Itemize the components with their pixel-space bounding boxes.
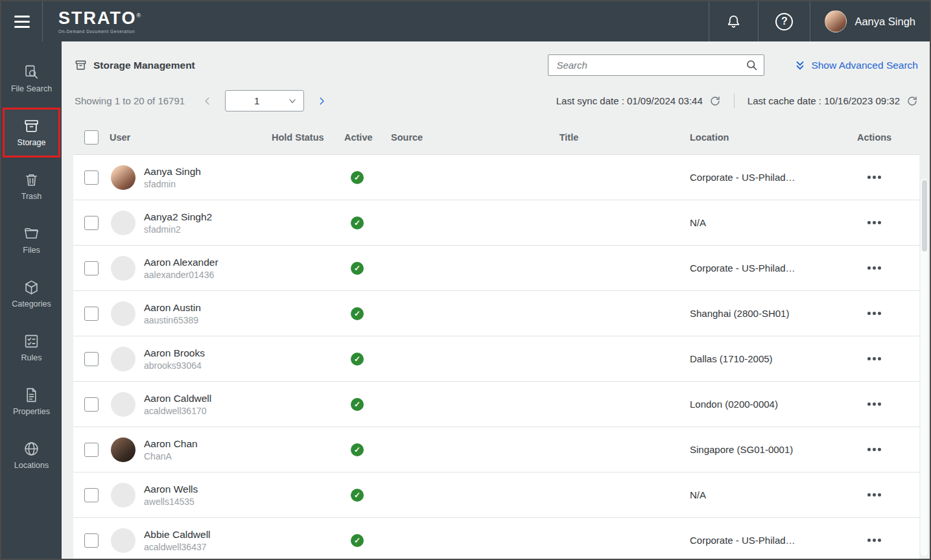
vertical-scrollbar[interactable]: [921, 179, 928, 556]
user-avatar: [111, 438, 136, 462]
location-cell: London (0200-0004): [690, 399, 857, 410]
column-header-hold-status: Hold Status: [272, 132, 344, 143]
sidebar-item-categories[interactable]: Categories: [3, 269, 60, 319]
previous-page-button[interactable]: [199, 93, 216, 110]
storage-table: User Hold Status Active Source Title Loc…: [62, 121, 930, 559]
user-avatar: [111, 483, 136, 508]
user-full-name: Aaron Alexander: [144, 257, 218, 268]
file-search-icon: [23, 64, 40, 80]
user-avatar: [111, 256, 136, 281]
sidebar-item-file-search[interactable]: File Search: [3, 54, 60, 104]
sidebar-item-rules[interactable]: Rules: [3, 323, 60, 373]
row-actions-button[interactable]: [866, 399, 882, 410]
row-checkbox[interactable]: [84, 307, 99, 321]
sidebar-item-label: File Search: [11, 85, 52, 94]
row-actions-button[interactable]: [866, 308, 882, 319]
document-icon: [23, 387, 40, 403]
last-sync-date-text: Last sync date : 01/09/2024 03:44: [556, 95, 703, 106]
rules-icon: [23, 333, 40, 349]
logo-text: STRATO®: [58, 10, 141, 27]
active-cell: [344, 534, 391, 547]
chevron-right-icon: [317, 97, 326, 106]
refresh-cache-button[interactable]: [906, 95, 918, 107]
user-menu[interactable]: Aanya Singh: [810, 1, 930, 41]
row-actions-button[interactable]: [866, 172, 882, 183]
row-checkbox[interactable]: [84, 170, 99, 185]
row-checkbox[interactable]: [84, 443, 99, 457]
user-avatar: [111, 301, 136, 326]
column-header-active: Active: [344, 132, 391, 143]
table-row: Aanya2 Singh2 sfadmin2 N/A: [73, 200, 919, 246]
row-actions-button[interactable]: [866, 444, 882, 455]
row-checkbox[interactable]: [84, 397, 99, 412]
select-all-checkbox[interactable]: [84, 130, 99, 145]
user-username: sfadmin2: [144, 224, 212, 235]
notifications-button[interactable]: [709, 1, 758, 41]
divider: [734, 94, 735, 108]
active-cell: [344, 353, 391, 366]
active-cell: [344, 307, 391, 320]
sidebar: File Search Storage Trash Files Categori…: [1, 41, 62, 559]
last-cache-date-text: Last cache date : 10/16/2023 09:32: [748, 95, 900, 106]
sidebar-item-label: Rules: [21, 354, 42, 363]
sidebar-item-properties[interactable]: Properties: [3, 377, 60, 426]
sidebar-item-label: Files: [23, 246, 40, 255]
sidebar-item-label: Storage: [18, 139, 46, 148]
row-actions-button[interactable]: [866, 262, 882, 274]
cube-icon: [23, 279, 40, 296]
active-check-icon: [351, 443, 364, 456]
search-input[interactable]: [548, 54, 764, 76]
hamburger-menu-button[interactable]: [1, 1, 43, 41]
next-page-button[interactable]: [313, 93, 330, 110]
active-check-icon: [351, 353, 364, 366]
location-cell: Corporate - US-Philad…: [690, 172, 857, 183]
user-full-name: Aaron Chan: [144, 438, 198, 450]
scrollbar-thumb[interactable]: [922, 180, 927, 251]
table-row: Aanya Singh sfadmin Corporate - US-Phila…: [73, 155, 919, 200]
show-advanced-search-link[interactable]: Show Advanced Search: [794, 60, 918, 71]
user-full-name: Aanya2 Singh2: [144, 211, 212, 223]
search-icon[interactable]: [745, 58, 759, 72]
row-checkbox[interactable]: [84, 261, 99, 275]
location-cell: Shanghai (2800-SH01): [690, 308, 857, 319]
page-number-value: 1: [226, 95, 288, 106]
sidebar-item-files[interactable]: Files: [3, 215, 60, 265]
active-check-icon: [351, 489, 364, 502]
row-checkbox[interactable]: [84, 533, 99, 548]
row-actions-button[interactable]: [866, 535, 882, 546]
sidebar-item-label: Properties: [13, 408, 50, 417]
user-avatar: [111, 528, 136, 553]
row-checkbox[interactable]: [84, 216, 99, 230]
row-actions-button[interactable]: [866, 353, 882, 364]
table-row: Aaron Austin aaustin65389 Shanghai (2800…: [73, 291, 919, 336]
page-number-dropdown[interactable]: 1: [225, 90, 304, 111]
row-checkbox[interactable]: [84, 488, 99, 502]
active-check-icon: [351, 171, 364, 184]
row-checkbox[interactable]: [84, 352, 99, 366]
table-header-row: User Hold Status Active Source Title Loc…: [73, 121, 919, 154]
hamburger-icon: [14, 16, 30, 28]
active-cell: [344, 443, 391, 456]
help-button[interactable]: ?: [758, 1, 810, 41]
location-cell: Corporate - US-Philad…: [690, 262, 857, 274]
column-header-user: User: [110, 132, 272, 143]
user-avatar: [111, 211, 136, 235]
sidebar-item-storage[interactable]: Storage: [3, 108, 60, 158]
user-full-name: Aaron Austin: [144, 302, 201, 314]
active-cell: [344, 489, 391, 502]
table-row: Aaron Alexander aalexander01436 Corporat…: [73, 246, 919, 291]
table-row: Abbie Caldwell acaldwell36437 Corporate …: [73, 518, 919, 559]
chevron-down-icon: [288, 97, 297, 106]
advanced-search-label: Show Advanced Search: [811, 60, 918, 71]
sidebar-item-locations[interactable]: Locations: [3, 430, 60, 480]
row-actions-button[interactable]: [866, 489, 882, 500]
chevron-left-icon: [203, 97, 212, 106]
help-icon: ?: [775, 13, 793, 30]
row-actions-button[interactable]: [866, 217, 882, 228]
user-full-name: Aaron Caldwell: [144, 393, 211, 404]
refresh-sync-button[interactable]: [709, 95, 721, 107]
sidebar-item-trash[interactable]: Trash: [3, 161, 60, 211]
globe-icon: [23, 441, 40, 457]
user-full-name: Aanya Singh: [144, 166, 201, 178]
user-username: ChanA: [144, 451, 198, 461]
